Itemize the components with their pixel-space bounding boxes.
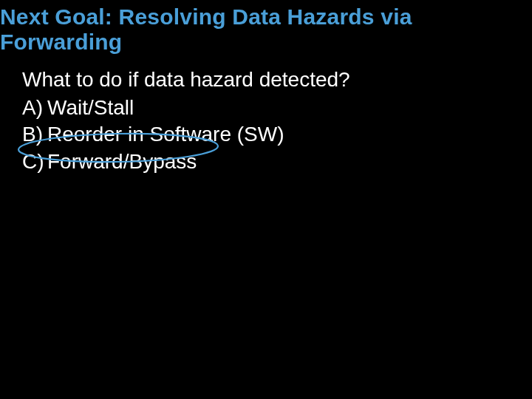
- option-c: C)Forward/Bypass: [22, 149, 532, 175]
- option-text: Wait/Stall: [47, 96, 134, 119]
- option-text: Forward/Bypass: [47, 150, 197, 173]
- slide-title: Next Goal: Resolving Data Hazards via Fo…: [0, 0, 532, 55]
- slide-content: What to do if data hazard detected? A)Wa…: [0, 55, 532, 175]
- option-a: A)Wait/Stall: [22, 95, 532, 121]
- option-letter: B): [22, 121, 47, 148]
- option-letter: A): [22, 95, 47, 121]
- question-text: What to do if data hazard detected?: [22, 68, 532, 92]
- option-text: Reorder in Software (SW): [47, 123, 284, 146]
- option-b: B)Reorder in Software (SW): [22, 121, 532, 148]
- option-letter: C): [22, 149, 47, 175]
